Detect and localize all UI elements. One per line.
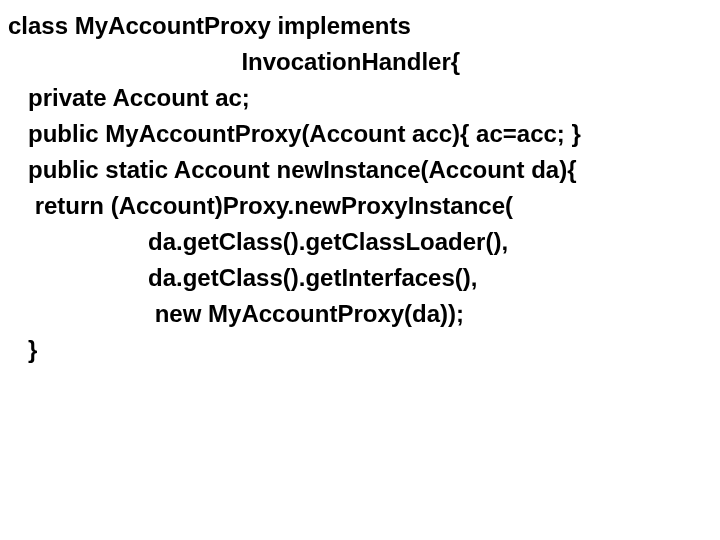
code-line-5: public static Account newInstance(Accoun… xyxy=(8,152,712,188)
code-line-6: return (Account)Proxy.newProxyInstance( xyxy=(8,188,712,224)
code-line-9: new MyAccountProxy(da)); xyxy=(8,296,712,332)
code-line-10: } xyxy=(8,332,712,368)
code-line-8: da.getClass().getInterfaces(), xyxy=(8,260,712,296)
code-line-7: da.getClass().getClassLoader(), xyxy=(8,224,712,260)
code-line-4: public MyAccountProxy(Account acc){ ac=a… xyxy=(8,116,712,152)
code-line-1: class MyAccountProxy implements xyxy=(8,8,712,44)
code-line-3: private Account ac; xyxy=(8,80,712,116)
code-line-2: InvocationHandler{ xyxy=(8,44,712,80)
